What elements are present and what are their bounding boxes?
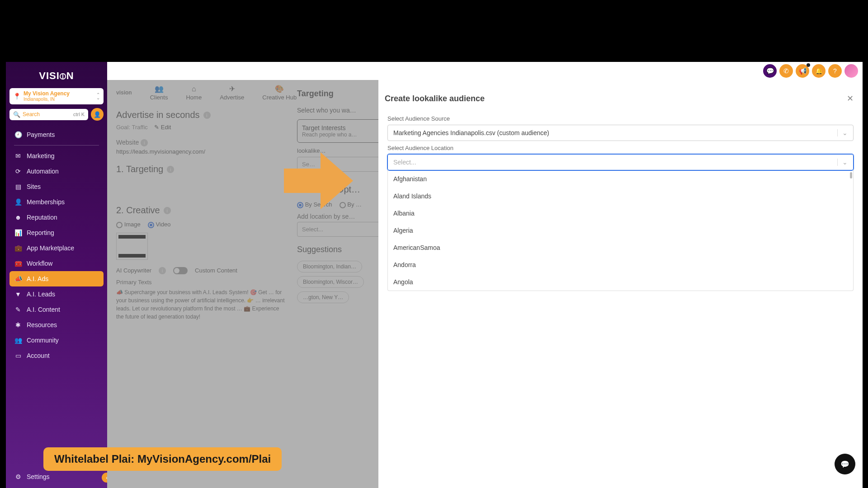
- search-input[interactable]: 🔍 Search ctrl K: [9, 109, 88, 120]
- app-region: 💬 ✆ 📢 🔔 ? VISI⦶N 📍 My Vision Agency Indi…: [6, 62, 863, 488]
- source-value: Marketing Agencies Indianapolis.csv (cus…: [393, 129, 549, 136]
- sidebar-item-ai-leads[interactable]: ▼A.I. Leads: [6, 286, 107, 302]
- workflow-icon: 🧰: [14, 260, 22, 267]
- reporting-icon: 📊: [14, 229, 22, 236]
- sidebar-nav: 🕘Payments ✉Marketing ⟳Automation ▤Sites …: [6, 125, 107, 365]
- account-icon: ▭: [14, 352, 22, 359]
- whitelabel-banner: Whitelabel Plai: MyVisionAgency.com/Plai: [43, 447, 282, 471]
- pin-icon: 📍: [13, 93, 21, 100]
- marketing-icon: ✉: [14, 152, 22, 160]
- sidebar-item-resources[interactable]: ✱Resources: [6, 317, 107, 333]
- agency-selector[interactable]: 📍 My Vision Agency Indianapolis, IN ⌃⌄: [9, 88, 104, 104]
- marketplace-icon: 💼: [14, 244, 22, 252]
- resources-icon: ✱: [14, 321, 22, 328]
- modal-title: Create lookalike audience: [385, 94, 485, 103]
- chat-fab[interactable]: 💬: [835, 454, 855, 474]
- automation-icon: ⟳: [14, 168, 22, 175]
- annotation-arrow: [276, 140, 357, 223]
- sidebar-item-ai-ads[interactable]: 📣A.I. Ads: [9, 271, 104, 286]
- scrollbar[interactable]: [850, 172, 852, 178]
- reputation-icon: ☻: [14, 214, 22, 221]
- help-icon[interactable]: ?: [828, 64, 842, 78]
- bell-icon[interactable]: 🔔: [812, 64, 826, 78]
- gear-icon: ⚙: [14, 473, 22, 480]
- dropdown-option[interactable]: Aland Islands: [388, 188, 853, 205]
- dropdown-option[interactable]: Algeria: [388, 222, 853, 239]
- lookalike-modal: Create lookalike audience ✕ Select Audie…: [378, 89, 863, 488]
- memberships-icon: 👤: [14, 198, 22, 206]
- sidebar-item-reputation[interactable]: ☻Reputation: [6, 210, 107, 225]
- brand-logo: VISI⦶N: [6, 70, 107, 82]
- ads-icon: 📣: [14, 275, 22, 282]
- sidebar-item-settings[interactable]: ⚙Settings: [6, 469, 107, 484]
- dropdown-option[interactable]: Albania: [388, 205, 853, 222]
- avatar[interactable]: [844, 64, 858, 78]
- community-icon: 👥: [14, 337, 22, 344]
- chat-icon[interactable]: 💬: [763, 64, 777, 78]
- sidebar-item-marketing[interactable]: ✉Marketing: [6, 148, 107, 164]
- search-shortcut: ctrl K: [73, 112, 85, 117]
- dropdown-option[interactable]: Afghanistan: [388, 170, 853, 188]
- sidebar-item-sites[interactable]: ▤Sites: [6, 179, 107, 194]
- sites-icon: ▤: [14, 183, 22, 190]
- dropdown-option[interactable]: AmericanSamoa: [388, 239, 853, 256]
- location-placeholder: Select...: [393, 159, 416, 166]
- phone-icon[interactable]: ✆: [779, 64, 793, 78]
- search-placeholder: Search: [23, 111, 71, 117]
- user-icon[interactable]: 👤: [91, 108, 104, 121]
- main-canvas: vision 👥Clients ⌂Home ✈Advertise 🎨Creati…: [107, 80, 863, 488]
- divider: [14, 145, 99, 145]
- payments-icon: 🕘: [14, 131, 22, 138]
- sidebar-item-reporting[interactable]: 📊Reporting: [6, 225, 107, 240]
- agency-name: My Vision Agency: [24, 91, 70, 97]
- dropdown-option[interactable]: Andorra: [388, 256, 853, 273]
- sidebar-item-memberships[interactable]: 👤Memberships: [6, 194, 107, 210]
- topbar: 💬 ✆ 📢 🔔 ?: [6, 62, 863, 80]
- sidebar-item-community[interactable]: 👥Community: [6, 333, 107, 348]
- sidebar-item-automation[interactable]: ⟳Automation: [6, 164, 107, 179]
- dropdown-option[interactable]: Angola: [388, 273, 853, 291]
- location-dropdown: Afghanistan Aland Islands Albania Algeri…: [387, 170, 854, 291]
- funnel-icon: ▼: [14, 291, 22, 298]
- sidebar-item-account[interactable]: ▭Account: [6, 348, 107, 363]
- sidebar-item-workflow[interactable]: 🧰Workflow: [6, 256, 107, 271]
- sidebar: VISI⦶N 📍 My Vision Agency Indianapolis, …: [6, 62, 107, 488]
- announce-icon[interactable]: 📢: [796, 64, 809, 78]
- source-select[interactable]: Marketing Agencies Indianapolis.csv (cus…: [387, 125, 854, 141]
- chevron-down-icon: ⌄: [837, 159, 848, 166]
- location-select[interactable]: Select... ⌄: [387, 154, 854, 170]
- chevron-down-icon: ⌄: [837, 129, 848, 136]
- close-icon[interactable]: ✕: [847, 94, 854, 103]
- source-label: Select Audience Source: [387, 115, 854, 122]
- location-label: Select Audience Location: [387, 145, 854, 151]
- content-icon: ✎: [14, 306, 22, 313]
- sidebar-item-app-marketplace[interactable]: 💼App Marketplace: [6, 240, 107, 256]
- search-icon: 🔍: [13, 111, 20, 118]
- sidebar-item-payments[interactable]: 🕘Payments: [6, 127, 107, 142]
- chevron-updown-icon: ⌃⌄: [96, 93, 100, 99]
- agency-location: Indianapolis, IN: [24, 97, 70, 102]
- sidebar-item-ai-content[interactable]: ✎A.I. Content: [6, 302, 107, 317]
- svg-marker-0: [284, 152, 353, 209]
